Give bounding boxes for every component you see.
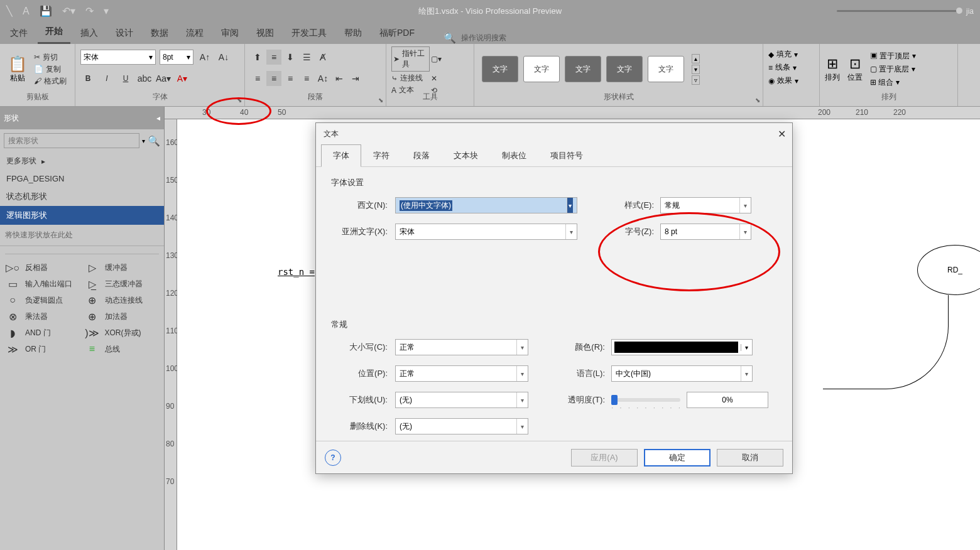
copy-button[interactable]: 📄复制 (34, 64, 67, 75)
dialog-tab-bullet[interactable]: 项目符号 (538, 144, 595, 166)
shape-search-input[interactable] (4, 133, 139, 148)
cat-fpga[interactable]: FPGA_DESIGN (0, 170, 164, 187)
align-center-icon[interactable]: ≡ (266, 71, 281, 86)
style-combo[interactable]: 常规▾ (660, 197, 751, 213)
styles-down-icon[interactable]: ▾ (692, 65, 700, 74)
font-color-button[interactable]: A▾ (175, 71, 190, 86)
shape-buffer[interactable]: ▷缓冲器 (85, 262, 160, 273)
shape-xor[interactable]: )≫XOR(异或) (85, 327, 160, 338)
lang-combo[interactable]: 中文(中国)▾ (611, 365, 753, 382)
decrease-font-icon[interactable]: A↓ (216, 50, 231, 65)
connector-tool[interactable]: ⤷连接线 (391, 73, 430, 84)
tab-review[interactable]: 审阅 (214, 23, 246, 44)
bold-button[interactable]: B (80, 71, 95, 86)
tab-home[interactable]: 开始 (38, 21, 70, 44)
rect-tool[interactable]: ▢▾ (431, 46, 469, 72)
effect-button[interactable]: ◉效果▾ (768, 75, 814, 86)
paragraph-dialog-launcher[interactable]: ⬊ (378, 97, 383, 104)
tab-foxit[interactable]: 福昕PDF (372, 23, 422, 44)
underline-button[interactable]: U (118, 71, 133, 86)
position-button[interactable]: ⊡位置 (847, 46, 863, 92)
styles-dialog-launcher[interactable]: ⬊ (755, 97, 760, 104)
dialog-tab-tabstop[interactable]: 制表位 (490, 144, 538, 166)
qat-dropdown-icon[interactable]: ▾ (104, 5, 109, 17)
color-combo[interactable]: ▾ (611, 339, 753, 355)
dialog-tab-para[interactable]: 段落 (401, 144, 442, 166)
tab-design[interactable]: 设计 (108, 23, 141, 44)
italic-button[interactable]: I (99, 71, 114, 86)
asian-font-combo[interactable]: 宋体▾ (395, 224, 577, 240)
shape-bus[interactable]: ≡总线 (85, 343, 160, 355)
strike-combo[interactable]: (无)▾ (395, 418, 528, 434)
cancel-button[interactable]: 取消 (717, 449, 783, 466)
font-name-select[interactable]: 宋体▾ (80, 50, 156, 65)
more-shapes[interactable]: 更多形状▸ (0, 152, 164, 170)
shape-inverter[interactable]: ▷○反相器 (5, 262, 80, 273)
search-dropdown-icon[interactable]: ▾ (142, 138, 145, 144)
position-combo[interactable]: 正常▾ (395, 365, 528, 382)
style-chip-5[interactable]: 文字 (648, 56, 684, 82)
justify-icon[interactable]: ≡ (299, 71, 314, 86)
pointer-tool[interactable]: ➤指针工具 (391, 46, 430, 72)
shape-mult[interactable]: ⊗乘法器 (5, 311, 80, 322)
shape-add[interactable]: ⊕加法器 (85, 311, 160, 322)
shape-and[interactable]: ◗AND 门 (5, 327, 80, 338)
apply-button[interactable]: 应用(A) (571, 449, 638, 466)
delete-tool[interactable]: ✕ (431, 73, 469, 84)
tab-file[interactable]: 文件 (3, 23, 35, 44)
shape-dynconn[interactable]: ⊕动态连接线 (85, 294, 160, 306)
tab-help[interactable]: 帮助 (337, 23, 369, 44)
underline-combo[interactable]: (无)▾ (395, 392, 528, 408)
undo-icon[interactable]: ↶▾ (62, 5, 75, 17)
case-combo[interactable]: 正常▾ (395, 339, 528, 355)
increase-font-icon[interactable]: A↑ (197, 50, 212, 65)
group-button[interactable]: ⊞ 组合 ▾ (870, 77, 916, 88)
help-button[interactable]: ? (325, 450, 341, 466)
strike-button[interactable]: abc (137, 71, 152, 86)
style-chip-4[interactable]: 文字 (606, 56, 643, 82)
align-button[interactable]: ⊞排列 (825, 46, 840, 92)
indent-increase-icon[interactable]: ⇥ (348, 71, 363, 86)
cat-logic[interactable]: 逻辑图形状 (0, 206, 164, 225)
dialog-tab-font[interactable]: 字体 (321, 144, 361, 167)
tab-dev[interactable]: 开发工具 (284, 23, 334, 44)
line-tool-icon[interactable]: ╲ (6, 5, 13, 17)
text-tool-icon[interactable]: A (23, 6, 30, 17)
search-placeholder[interactable]: 操作说明搜索 (461, 33, 506, 43)
styles-up-icon[interactable]: ▴ (692, 54, 700, 63)
dialog-tab-char[interactable]: 字符 (361, 144, 401, 166)
line-button[interactable]: ≡线条▾ (768, 62, 814, 73)
canvas-text-rst[interactable]: rst_n = (278, 267, 315, 277)
bring-front-button[interactable]: ▣ 置于顶层 ▾ (870, 51, 916, 62)
align-bottom-icon[interactable]: ⬇ (283, 50, 298, 65)
redo-icon[interactable]: ↷ (85, 5, 94, 17)
canvas-connector[interactable] (823, 295, 949, 389)
style-chip-1[interactable]: 文字 (482, 56, 518, 82)
canvas-shape-rd[interactable]: RD_ (917, 245, 980, 295)
case-button[interactable]: Aa▾ (156, 71, 171, 86)
dialog-tab-block[interactable]: 文本块 (442, 144, 490, 166)
shape-io[interactable]: ▭输入/输出端口 (5, 278, 80, 289)
cut-button[interactable]: ✂剪切 (34, 52, 67, 63)
align-right-icon[interactable]: ≡ (283, 71, 298, 86)
paste-button[interactable]: 📋 粘贴 (5, 46, 30, 92)
ok-button[interactable]: 确定 (644, 449, 710, 466)
western-font-combo[interactable]: (使用中文字体)▾ (395, 197, 577, 213)
clear-format-icon[interactable]: A̸ (315, 50, 330, 65)
fill-button[interactable]: ◆填充▾ (768, 49, 814, 60)
collapse-panel-icon[interactable]: ◂ (156, 114, 160, 122)
cat-statemachine[interactable]: 状态机形状 (0, 187, 164, 206)
indent-decrease-icon[interactable]: ⇤ (332, 71, 347, 86)
tab-view[interactable]: 视图 (249, 23, 281, 44)
transparency-value[interactable]: 0% (687, 392, 768, 408)
style-chip-2[interactable]: 文字 (523, 56, 560, 82)
search-go-icon[interactable]: 🔍 (148, 135, 160, 147)
align-middle-icon[interactable]: ≡ (266, 50, 281, 65)
align-top-icon[interactable]: ⬆ (250, 50, 265, 65)
send-back-button[interactable]: ▢ 置于底层 ▾ (870, 64, 916, 75)
shape-neglogic[interactable]: ○负逻辑圆点 (5, 294, 80, 306)
shape-tristate[interactable]: ▷̲三态缓冲器 (85, 278, 160, 289)
tab-data[interactable]: 数据 (143, 23, 176, 44)
format-painter-button[interactable]: 🖌格式刷 (34, 76, 67, 87)
titlebar-slider[interactable] (837, 10, 962, 12)
